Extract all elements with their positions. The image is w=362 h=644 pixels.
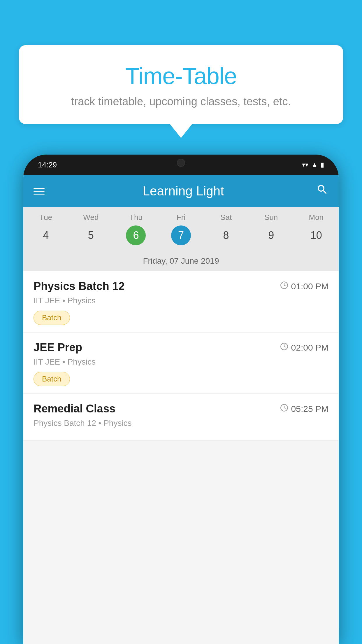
time-text: 01:00 PM [291,281,328,291]
schedule-item-title: JEE Prep [34,341,82,354]
app-bar: Learning Light [23,175,339,207]
speech-bubble-container: Time-Table track timetable, upcoming cla… [19,45,343,124]
clock-icon [280,404,288,414]
schedule-item[interactable]: JEE Prep02:00 PMIIT JEE • PhysicsBatch [23,332,339,394]
clock-icon [280,342,288,353]
wifi-icon: ▾▾ [302,161,308,169]
day-name: Fri [159,213,204,222]
time-text: 02:00 PM [291,343,328,353]
time-text: 05:25 PM [291,404,328,414]
day-name: Tue [23,213,68,222]
day-number: 8 [216,225,236,245]
schedule-item-time: 02:00 PM [280,342,328,353]
day-col-sun[interactable]: Sun9 [249,207,294,251]
phone-screen: Learning Light Tue4Wed5Thu6Fri7Sat8Sun9M… [23,175,339,644]
phone-frame: 14:29 ▾▾ ▲ ▮ Learning Light [23,155,339,644]
day-name: Sun [249,213,294,222]
schedule-item-top: JEE Prep02:00 PM [34,341,328,354]
schedule-item-subtitle: IIT JEE • Physics [34,357,328,367]
schedule-item[interactable]: Remedial Class05:25 PMPhysics Batch 12 •… [23,394,339,441]
day-number: 5 [81,225,101,245]
day-name: Mon [294,213,339,222]
schedule-item-subtitle: IIT JEE • Physics [34,296,328,305]
day-col-sat[interactable]: Sat8 [203,207,249,251]
clock-icon [280,281,288,291]
day-name: Sat [203,213,249,222]
batch-badge: Batch [34,372,70,386]
menu-line-2 [34,191,45,192]
selected-date-label: Friday, 07 June 2019 [23,251,339,271]
day-name: Wed [68,213,114,222]
menu-line-3 [34,194,45,195]
speech-bubble-title: Time-Table [39,63,323,90]
search-button[interactable] [316,183,328,199]
day-col-tue[interactable]: Tue4 [23,207,68,251]
speech-bubble: Time-Table track timetable, upcoming cla… [19,45,343,124]
day-col-fri[interactable]: Fri7 [159,207,204,251]
schedule-item-title: Physics Batch 12 [34,280,125,293]
schedule-item-title: Remedial Class [34,402,115,415]
day-col-wed[interactable]: Wed5 [68,207,114,251]
menu-line-1 [34,188,45,189]
schedule-list: Physics Batch 1201:00 PMIIT JEE • Physic… [23,271,339,441]
phone-notch [149,155,213,171]
schedule-item[interactable]: Physics Batch 1201:00 PMIIT JEE • Physic… [23,271,339,332]
phone-camera [177,159,185,167]
batch-badge: Batch [34,311,70,325]
day-col-mon[interactable]: Mon10 [294,207,339,251]
day-number: 7 [171,225,191,245]
status-icons: ▾▾ ▲ ▮ [302,161,324,169]
schedule-item-top: Remedial Class05:25 PM [34,402,328,415]
battery-icon: ▮ [321,161,324,169]
day-number: 4 [36,225,56,245]
schedule-item-subtitle: Physics Batch 12 • Physics [34,419,328,428]
schedule-item-time: 05:25 PM [280,404,328,414]
phone-top-bar: 14:29 ▾▾ ▲ ▮ [23,155,339,175]
day-number: 10 [306,225,326,245]
day-number: 9 [261,225,281,245]
day-name: Thu [113,213,159,222]
status-time: 14:29 [38,160,57,169]
signal-icon: ▲ [311,161,318,169]
menu-button[interactable] [34,188,45,195]
schedule-item-time: 01:00 PM [280,281,328,291]
app-title: Learning Light [50,184,316,198]
calendar-days-row: Tue4Wed5Thu6Fri7Sat8Sun9Mon10 [23,207,339,251]
calendar-header: Tue4Wed5Thu6Fri7Sat8Sun9Mon10 [23,207,339,251]
day-number: 6 [126,225,146,245]
schedule-item-top: Physics Batch 1201:00 PM [34,280,328,293]
day-col-thu[interactable]: Thu6 [113,207,159,251]
speech-bubble-subtitle: track timetable, upcoming classes, tests… [39,95,323,108]
